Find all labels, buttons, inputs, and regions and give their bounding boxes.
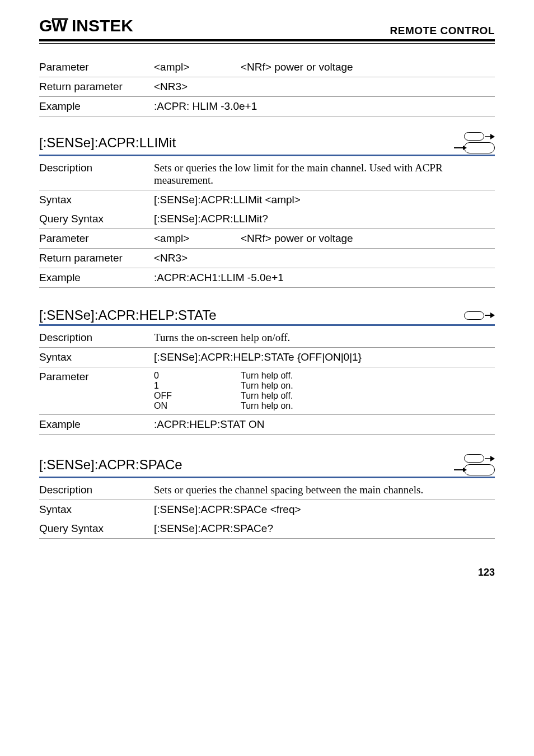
- row-value: <NRf> power or voltage: [241, 61, 353, 73]
- section-title: [:SENSe]:ACPR:SPACe: [39, 457, 182, 473]
- table-row: Description Sets or queries the channel …: [39, 480, 495, 500]
- row-label: Parameter: [39, 371, 154, 383]
- row-label: Syntax: [39, 351, 154, 363]
- param-key: 0: [154, 371, 241, 381]
- row-label: Example: [39, 418, 154, 431]
- set-query-icon: [454, 454, 495, 475]
- param-value: Turn help off.: [241, 391, 293, 401]
- row-value: <NR3>: [154, 252, 241, 264]
- table-row: Syntax [:SENSe]:ACPR:HELP:STATe {OFF|ON|…: [39, 348, 495, 367]
- row-label: Return parameter: [39, 252, 154, 264]
- row-label: Parameter: [39, 232, 154, 245]
- section-header: [:SENSe]:ACPR:SPACe: [39, 454, 495, 475]
- header-title: REMOTE CONTROL: [390, 25, 495, 37]
- table-row: Syntax [:SENSe]:ACPR:LLIMit <ampl>: [39, 190, 495, 209]
- row-value: [:SENSe]:ACPR:SPACe <freq>: [154, 503, 301, 516]
- row-value: [:SENSe]:ACPR:LLIMit?: [154, 213, 268, 225]
- row-label: Example: [39, 100, 154, 113]
- row-label: Query Syntax: [39, 522, 154, 535]
- row-label: Syntax: [39, 194, 154, 206]
- param-value: Turn help off.: [241, 371, 293, 381]
- row-value: Sets or queries the low limit for the ma…: [154, 162, 495, 186]
- table-row: Query Syntax [:SENSe]:ACPR:LLIMit?: [39, 209, 495, 229]
- table-row: Example :ACPR:ACH1:LLIM -5.0e+1: [39, 268, 495, 288]
- row-value: [:SENSe]:ACPR:SPACe?: [154, 522, 273, 535]
- row-value: Turns the on-screen help on/off.: [154, 332, 290, 344]
- row-value: <ampl>: [154, 61, 241, 73]
- row-value: Sets or queries the channel spacing betw…: [154, 484, 423, 496]
- section-divider: [39, 324, 495, 326]
- row-value: [:SENSe]:ACPR:LLIMit <ampl>: [154, 194, 301, 206]
- param-value: Turn help on.: [241, 381, 293, 391]
- row-label: Parameter: [39, 61, 154, 73]
- section-header: [:SENSe]:ACPR:LLIMit: [39, 132, 495, 153]
- param-value: Turn help on.: [241, 401, 293, 411]
- page-number: 123: [39, 567, 495, 578]
- table-row: Return parameter <NR3>: [39, 249, 495, 268]
- row-label: Description: [39, 484, 154, 496]
- param-key: ON: [154, 401, 241, 411]
- row-label: Query Syntax: [39, 213, 154, 225]
- section-1: Parameter <ampl> <NRf> power or voltage …: [39, 58, 495, 116]
- table-row: Parameter 0 Turn help off. 1 Turn help o…: [39, 367, 495, 415]
- svg-text:INSTEK: INSTEK: [72, 17, 133, 35]
- section-title: [:SENSe]:ACPR:HELP:STATe: [39, 307, 217, 323]
- row-value: [:SENSe]:ACPR:HELP:STATe {OFF|ON|0|1}: [154, 351, 362, 363]
- row-label: Example: [39, 272, 154, 284]
- set-icon: [464, 311, 495, 320]
- row-label: Description: [39, 332, 154, 344]
- table-row: Description Sets or queries the low limi…: [39, 158, 495, 190]
- row-value: <NRf> power or voltage: [241, 232, 353, 245]
- table-row: Query Syntax [:SENSe]:ACPR:SPACe?: [39, 519, 495, 539]
- section-title: [:SENSe]:ACPR:LLIMit: [39, 135, 176, 151]
- logo: G W INSTEK: [39, 17, 146, 37]
- section-divider: [39, 155, 495, 156]
- table-row: Parameter <ampl> <NRf> power or voltage: [39, 229, 495, 249]
- param-key: 1: [154, 381, 241, 391]
- row-value: :ACPR:ACH1:LLIM -5.0e+1: [154, 272, 284, 284]
- section-4-body: Description Sets or queries the channel …: [39, 480, 495, 539]
- row-value: :ACPR: HLIM -3.0e+1: [154, 100, 257, 113]
- table-row: Parameter <ampl> <NRf> power or voltage: [39, 58, 495, 77]
- header-divider: [39, 39, 495, 44]
- table-row: Return parameter <NR3>: [39, 77, 495, 97]
- row-label: Syntax: [39, 503, 154, 516]
- section-divider: [39, 477, 495, 478]
- page-header: G W INSTEK REMOTE CONTROL: [39, 17, 495, 37]
- param-key: OFF: [154, 391, 241, 401]
- set-query-icon: [454, 132, 495, 153]
- section-header: [:SENSe]:ACPR:HELP:STATe: [39, 307, 495, 323]
- svg-text:G: G: [39, 17, 51, 35]
- row-value: <ampl>: [154, 232, 241, 245]
- row-value: :ACPR:HELP:STAT ON: [154, 418, 264, 431]
- section-2-body: Description Sets or queries the low limi…: [39, 158, 495, 288]
- parameter-list: 0 Turn help off. 1 Turn help on. OFF Tur…: [154, 371, 293, 411]
- table-row: Syntax [:SENSe]:ACPR:SPACe <freq>: [39, 500, 495, 519]
- row-label: Return parameter: [39, 81, 154, 93]
- table-row: Example :ACPR:HELP:STAT ON: [39, 415, 495, 435]
- section-3-body: Description Turns the on-screen help on/…: [39, 328, 495, 435]
- row-value: <NR3>: [154, 81, 241, 93]
- table-row: Example :ACPR: HLIM -3.0e+1: [39, 97, 495, 116]
- table-row: Description Turns the on-screen help on/…: [39, 328, 495, 348]
- row-label: Description: [39, 162, 154, 174]
